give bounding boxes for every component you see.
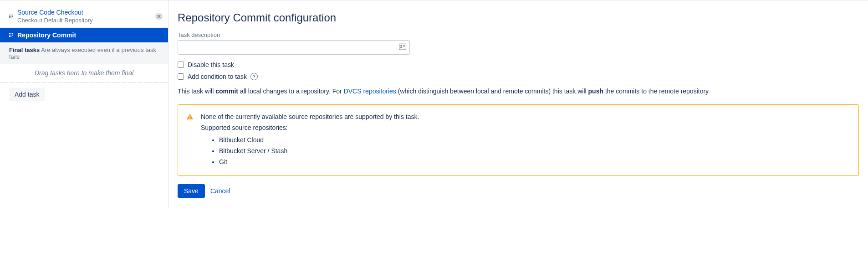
- final-tasks-label: Final tasks: [9, 46, 40, 53]
- disable-task-checkbox[interactable]: [178, 62, 184, 68]
- help-icon[interactable]: ?: [250, 73, 258, 80]
- task-sidebar: Source Code Checkout Checkout Default Re…: [0, 0, 168, 209]
- disable-task-label[interactable]: Disable this task: [188, 61, 234, 68]
- svg-point-6: [189, 118, 190, 119]
- config-panel: Repository Commit configuration Task des…: [168, 0, 868, 209]
- task-item-source-code-checkout[interactable]: Source Code Checkout Checkout Default Re…: [0, 5, 168, 28]
- task-description-input[interactable]: [178, 40, 410, 55]
- supported-repo-item: Git: [219, 157, 849, 168]
- task-subtitle: Checkout Default Repository: [17, 17, 155, 24]
- task-title: Source Code Checkout: [17, 9, 155, 16]
- warning-line2: Supported source repositories:: [201, 124, 849, 131]
- final-tasks-header: Final tasks Are always executed even if …: [0, 43, 168, 64]
- warning-line1: None of the currently available source r…: [201, 113, 849, 120]
- cancel-button[interactable]: Cancel: [210, 187, 230, 195]
- warning-icon: [186, 113, 194, 122]
- supported-repo-item: Bitbucket Server / Stash: [219, 146, 849, 157]
- svg-point-1: [400, 45, 402, 47]
- task-item-repository-commit[interactable]: Repository Commit: [0, 28, 168, 43]
- task-description-label: Task description: [178, 31, 859, 38]
- add-task-button[interactable]: Add task: [9, 88, 45, 101]
- save-button[interactable]: Save: [178, 184, 205, 198]
- warning-panel: None of the currently available source r…: [178, 104, 859, 176]
- supported-repo-item: Bitbucket Cloud: [219, 135, 849, 146]
- add-condition-label[interactable]: Add condition to task: [188, 73, 247, 80]
- drag-handle-icon[interactable]: [9, 13, 13, 20]
- drag-handle-icon[interactable]: [9, 31, 13, 39]
- close-icon[interactable]: [155, 13, 163, 20]
- task-title: Repository Commit: [17, 31, 163, 39]
- add-condition-checkbox[interactable]: [178, 73, 184, 80]
- id-card-icon: [399, 44, 406, 52]
- page-title: Repository Commit configuration: [178, 11, 859, 24]
- final-tasks-drop-zone[interactable]: Drag tasks here to make them final: [0, 64, 168, 82]
- dvcs-link[interactable]: DVCS repositories: [344, 88, 396, 95]
- task-description-text: This task will commit all local changes …: [178, 87, 859, 96]
- svg-rect-5: [189, 115, 190, 118]
